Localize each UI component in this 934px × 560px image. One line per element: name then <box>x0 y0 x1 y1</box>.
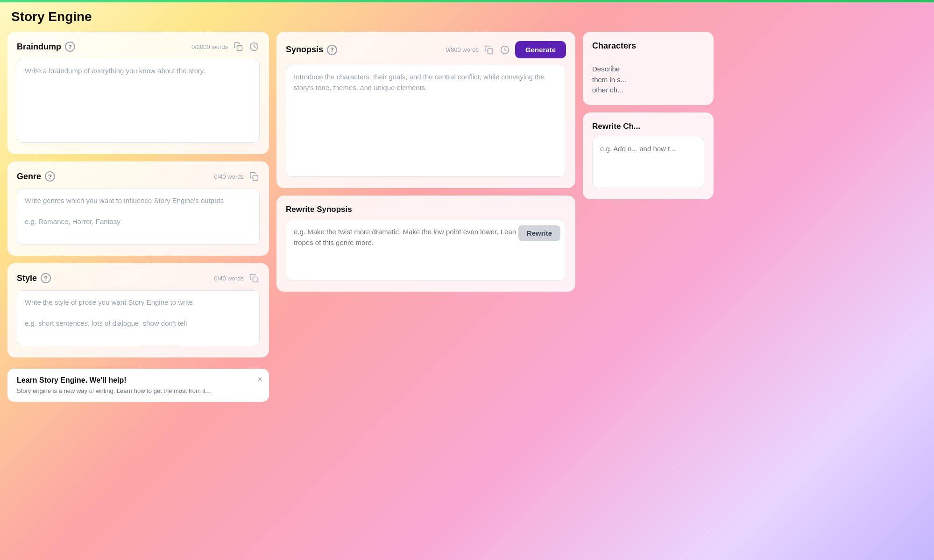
svg-rect-3 <box>253 277 258 282</box>
characters-partial-text: Describethem in s...other ch... <box>592 64 704 96</box>
rewrite-characters-textarea[interactable] <box>592 137 704 188</box>
synopsis-help-icon[interactable]: ? <box>327 45 337 55</box>
rewrite-synopsis-button[interactable]: Rewrite <box>518 225 560 241</box>
style-help-icon[interactable]: ? <box>41 273 51 283</box>
copy-icon <box>249 273 259 283</box>
rewrite-synopsis-box: Rewrite <box>286 220 566 282</box>
synopsis-copy-button[interactable] <box>483 44 495 56</box>
main-layout: Braindump ? 0/2000 words <box>0 32 934 409</box>
notification-close-button[interactable]: × <box>257 375 262 384</box>
genre-textarea[interactable] <box>17 189 260 245</box>
synopsis-textarea[interactable] <box>286 65 566 177</box>
synopsis-word-count: 0/800 words <box>446 46 479 53</box>
braindump-history-button[interactable] <box>248 41 260 52</box>
copy-icon <box>234 42 243 51</box>
synopsis-title: Synopsis <box>286 45 323 55</box>
notification-text: Story engine is a new way of writing. Le… <box>17 387 260 394</box>
app-header: Story Engine <box>0 0 934 32</box>
braindump-header: Braindump ? 0/2000 words <box>17 41 260 52</box>
rewrite-characters-title: Rewrite Ch... <box>592 122 704 131</box>
copy-icon <box>484 45 494 55</box>
genre-help-icon[interactable]: ? <box>45 171 55 182</box>
copy-icon <box>249 172 259 181</box>
rewrite-synopsis-card: Rewrite Synopsis Rewrite <box>276 196 575 292</box>
style-card: Style ? 0/40 words <box>7 263 269 357</box>
characters-card: Characters Describethem in s...other ch.… <box>583 32 714 105</box>
style-header: Style ? 0/40 words <box>17 273 260 284</box>
svg-rect-4 <box>488 49 493 54</box>
app-title: Story Engine <box>11 9 923 24</box>
notification-title: Learn Story Engine. We'll help! <box>17 376 260 385</box>
braindump-copy-button[interactable] <box>233 41 244 52</box>
notification-banner: Learn Story Engine. We'll help! Story en… <box>7 369 269 402</box>
history-icon <box>249 42 259 51</box>
style-title-group: Style ? <box>17 273 51 283</box>
synopsis-history-button[interactable] <box>499 44 510 56</box>
history-icon <box>500 45 509 55</box>
svg-rect-2 <box>253 175 258 181</box>
top-bar <box>0 0 934 2</box>
synopsis-meta: 0/800 words Generate <box>446 41 566 58</box>
genre-copy-button[interactable] <box>248 171 260 182</box>
genre-title: Genre <box>17 172 41 182</box>
style-meta: 0/40 words <box>214 273 260 284</box>
style-word-count: 0/40 words <box>214 275 244 282</box>
genre-title-group: Genre ? <box>17 171 55 182</box>
genre-card: Genre ? 0/40 words <box>7 161 269 256</box>
characters-title: Characters <box>592 41 636 51</box>
braindump-help-icon[interactable]: ? <box>65 42 75 52</box>
braindump-meta: 0/2000 words <box>191 41 260 52</box>
middle-column: Synopsis ? 0/800 words <box>276 32 575 292</box>
genre-header: Genre ? 0/40 words <box>17 171 260 182</box>
braindump-card: Braindump ? 0/2000 words <box>7 32 269 154</box>
braindump-title: Braindump <box>17 42 61 52</box>
style-copy-button[interactable] <box>248 273 260 284</box>
rewrite-synopsis-title: Rewrite Synopsis <box>286 205 566 214</box>
style-title: Style <box>17 273 37 283</box>
rewrite-characters-card: Rewrite Ch... <box>583 112 714 199</box>
style-textarea[interactable] <box>17 290 260 346</box>
characters-title-group: Characters <box>592 41 636 57</box>
svg-rect-0 <box>237 46 242 51</box>
braindump-word-count: 0/2000 words <box>191 43 228 50</box>
synopsis-card: Synopsis ? 0/800 words <box>276 32 575 188</box>
characters-header: Characters <box>592 41 704 57</box>
genre-meta: 0/40 words <box>214 171 260 182</box>
synopsis-title-group: Synopsis ? <box>286 45 337 55</box>
left-column: Braindump ? 0/2000 words <box>7 32 269 402</box>
synopsis-header: Synopsis ? 0/800 words <box>286 41 566 58</box>
generate-button[interactable]: Generate <box>515 41 566 58</box>
braindump-title-group: Braindump ? <box>17 42 75 52</box>
braindump-textarea[interactable] <box>17 59 260 143</box>
genre-word-count: 0/40 words <box>214 173 244 180</box>
rewrite-characters-box <box>592 137 704 190</box>
right-column: Characters Describethem in s...other ch.… <box>583 32 714 199</box>
